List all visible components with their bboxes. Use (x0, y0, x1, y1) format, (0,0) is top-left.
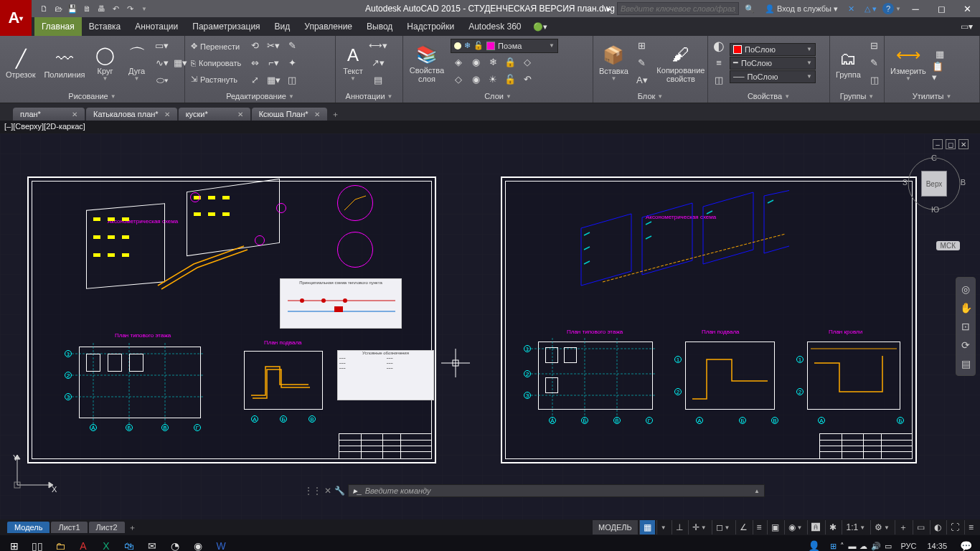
vp-minimize-icon[interactable]: – (933, 139, 943, 149)
ellipse-icon[interactable]: ⬭▾ (154, 72, 170, 88)
open-icon[interactable]: 🗁 (52, 2, 65, 15)
mirror-icon[interactable]: ⇔ (247, 55, 263, 71)
sb-lweight-icon[interactable]: ≡ (753, 520, 765, 534)
copy-button[interactable]: ⎘Копировать (188, 55, 244, 71)
infocenter-search[interactable] (617, 2, 739, 15)
tray-app1-icon[interactable]: ⊞ (830, 542, 837, 551)
select-all-icon[interactable]: ▦ (932, 47, 948, 62)
layout-tab-model[interactable]: Модель (7, 522, 50, 533)
close-tab-icon[interactable]: ✕ (237, 110, 243, 118)
file-tab[interactable]: Ксюша План*✕ (252, 108, 327, 121)
sb-hardware-icon[interactable]: ▭ (913, 520, 928, 534)
ucs-icon[interactable]: Y X (10, 449, 60, 494)
polyline-button[interactable]: 〰Полилиния (41, 46, 88, 80)
steering-wheel-icon[interactable]: ◎ (958, 282, 973, 296)
layer-dropdown[interactable]: ❄ 🔓 Поэма ▼ (451, 39, 558, 53)
layer-on2-icon[interactable]: ◉ (468, 72, 484, 88)
minimize-button[interactable]: ─ (903, 0, 928, 17)
trim-icon[interactable]: ✂▾ (265, 38, 281, 54)
cmd-customize-icon[interactable]: 🔧 (334, 486, 345, 496)
sb-model-button[interactable]: МОДЕЛЬ (593, 520, 638, 534)
command-line[interactable]: ⋮⋮ ✕ 🔧 ▸_ Введите команду ▲ (304, 482, 765, 499)
measure-button[interactable]: ⟷Измерить▼ (887, 42, 929, 83)
sb-isolate-icon[interactable]: ◐ (930, 520, 945, 534)
arc-button[interactable]: ⌒Дуга▼ (123, 42, 151, 83)
close-tab-icon[interactable]: ✕ (314, 110, 320, 118)
sb-polar-icon[interactable]: ✛▼ (688, 520, 710, 534)
tab-annotate[interactable]: Аннотации (128, 17, 185, 36)
tray-network-icon[interactable]: ▬ (848, 542, 856, 550)
cube-top-face[interactable]: Верх (921, 171, 947, 197)
zoom-extents-icon[interactable]: ⊡ (958, 319, 973, 334)
drawing-area[interactable]: – ◻ ✕ Аксонометрическая схема Принципиал… (0, 133, 980, 519)
tray-battery-icon[interactable]: ▭ (885, 542, 892, 551)
sb-customize-icon[interactable]: ≡ (964, 520, 977, 534)
layer-props-button[interactable]: 📚Свойства слоя (406, 42, 448, 85)
ribbon-minimize-icon[interactable]: ▭▾ (953, 17, 980, 36)
wcs-badge[interactable]: МСК (936, 241, 960, 250)
a360-icon[interactable]: △ ▾ (860, 1, 881, 16)
circle-button[interactable]: ◯Круг▼ (91, 42, 120, 83)
sb-transparency-icon[interactable]: ▣ (767, 520, 783, 534)
showmotion-icon[interactable]: ▤ (958, 357, 973, 371)
panel-groups-label[interactable]: Группы▼ (830, 90, 884, 103)
sb-annovisibility-icon[interactable]: ✱ (825, 520, 840, 534)
rotate-icon[interactable]: ⟲ (247, 38, 263, 54)
panel-properties-label[interactable]: Свойства▼ (708, 90, 829, 103)
spline-icon[interactable]: ∿▾ (154, 55, 170, 71)
sb-ortho-icon[interactable]: ⊥ (672, 520, 687, 534)
dim-linear-icon[interactable]: ⟷▾ (370, 38, 386, 54)
insert-block-button[interactable]: 📦Вставка▼ (596, 42, 631, 83)
vp-close-icon[interactable]: ✕ (958, 139, 969, 149)
rectangle-icon[interactable]: ▭▾ (154, 38, 170, 54)
sb-grid-icon[interactable]: ▦ (639, 520, 655, 534)
autocad-task-icon[interactable]: A (72, 537, 95, 551)
tab-manage[interactable]: Управление (297, 17, 359, 36)
stretch-button[interactable]: ⇲Растянуть (188, 72, 244, 88)
panel-utilities-label[interactable]: Утилиты▼ (885, 90, 979, 103)
orbit-icon[interactable]: ⟳ (958, 338, 973, 352)
word-task-icon[interactable]: W (209, 537, 232, 551)
array-icon[interactable]: ▦▾ (265, 72, 281, 88)
cmd-handle-icon[interactable]: ⋮⋮ (304, 486, 321, 496)
match-props-button[interactable]: 🖌Копирование свойств (653, 42, 709, 85)
table-icon[interactable]: ▤ (370, 72, 386, 88)
text-button[interactable]: AТекст▼ (339, 42, 367, 83)
file-tab[interactable]: план*✕ (13, 108, 85, 121)
sb-annoscale-icon[interactable]: 🅰 (807, 520, 824, 534)
tab-insert[interactable]: Вставка (82, 17, 128, 36)
chrome-icon[interactable]: ◉ (187, 537, 209, 551)
cmd-close-icon[interactable]: ✕ (324, 486, 331, 496)
tab-home[interactable]: Главная (34, 17, 82, 36)
sb-cycling-icon[interactable]: ◉▼ (784, 520, 806, 534)
taskbar-clock[interactable]: 14:35 (921, 542, 953, 550)
panel-modify-label[interactable]: Редактирование▼ (185, 90, 335, 103)
viewport-label[interactable]: [–][Сверху][2D-каркас] (0, 121, 980, 133)
props-list-icon[interactable]: ≡ (711, 55, 727, 71)
tray-onedrive-icon[interactable]: ☁ (859, 542, 867, 551)
store-icon[interactable]: 🛍 (118, 537, 141, 551)
save-icon[interactable]: 💾 (66, 2, 79, 15)
view-cube[interactable]: Верх С Ю В З (907, 156, 961, 211)
lineweight-dropdown[interactable]: ━ПоСлою▼ (730, 57, 816, 70)
sb-monitoring-icon[interactable]: ＋ (895, 520, 911, 534)
tray-overflow-icon[interactable]: ˄ (840, 542, 844, 551)
layer-thaw-icon[interactable]: ☀ (485, 72, 501, 88)
help-icon[interactable]: ? (882, 3, 894, 14)
create-block-icon[interactable]: ⊞ (634, 38, 650, 54)
group-button[interactable]: 🗂Группа (833, 46, 864, 80)
explorer-icon[interactable]: 🗀 (49, 537, 72, 551)
file-tab[interactable]: куски*✕ (179, 108, 250, 121)
add-layout-icon[interactable]: ＋ (126, 522, 139, 533)
layout-tab-sheet2[interactable]: Лист2 (89, 522, 125, 533)
layer-iso-icon[interactable]: ◈ (451, 55, 466, 70)
sb-scale-button[interactable]: 1:1▼ (842, 520, 869, 534)
ungroup-icon[interactable]: ⊟ (867, 38, 882, 54)
sb-otrack-icon[interactable]: ∠ (735, 520, 751, 534)
plot-icon[interactable]: 🖶 (95, 2, 108, 15)
props-palette-icon[interactable]: ◐ (711, 38, 727, 54)
leader-icon[interactable]: ↗▾ (370, 55, 386, 71)
qat-dropdown-icon[interactable]: ▼ (138, 2, 151, 15)
plugin-indicator-icon[interactable]: 🟢▾ (533, 17, 547, 36)
panel-draw-label[interactable]: Рисование▼ (0, 90, 184, 103)
